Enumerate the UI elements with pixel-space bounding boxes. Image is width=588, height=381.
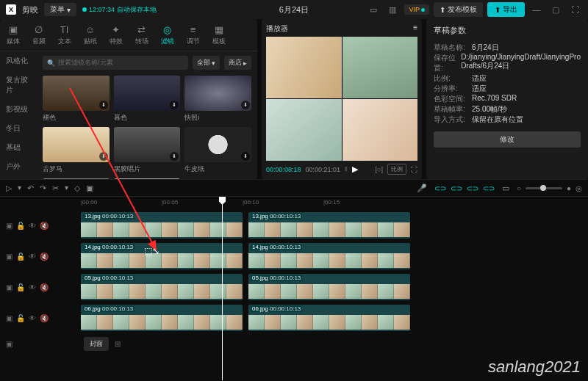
prev-frame-icon[interactable]: ⦀ xyxy=(345,165,348,173)
sidebar-item[interactable]: 室内 xyxy=(0,176,37,179)
filter-item[interactable]: ⬇牛皮纸 xyxy=(184,127,251,174)
maximize-icon[interactable]: ▢ xyxy=(548,3,563,16)
filter-item[interactable]: ⬇褪色 xyxy=(43,76,110,123)
collapse-icon[interactable]: ▣ xyxy=(6,253,12,261)
zoom-out-icon[interactable]: ○ xyxy=(517,184,521,192)
player-menu-icon[interactable]: ≡ xyxy=(413,23,417,34)
tab-转场[interactable]: ⇄转场 xyxy=(129,19,154,51)
play-button[interactable]: ▶ xyxy=(352,164,358,174)
search-input[interactable]: 🔍搜索滤镜名称/元素 xyxy=(43,56,188,70)
sidebar-item[interactable]: 影视级 xyxy=(0,100,37,119)
zoom-slider[interactable]: ○ ● ◎ xyxy=(517,184,582,192)
collapse-icon[interactable]: ▣ xyxy=(6,283,12,291)
clip[interactable]: 14.jpg 00:00:10:13 xyxy=(248,243,410,269)
filter-item[interactable]: ⬇快照i xyxy=(184,76,251,123)
collapse-icon[interactable]: ▣ xyxy=(6,314,12,322)
visibility-icon[interactable]: 👁 xyxy=(29,314,36,322)
all-filter-button[interactable]: 全部 ▾ xyxy=(193,56,220,70)
tab-贴纸[interactable]: ☺贴纸 xyxy=(77,19,103,51)
split-tool[interactable]: ✂ xyxy=(52,184,59,193)
clip[interactable]: 06.jpg 00:00:10:13 xyxy=(248,305,410,331)
tab-滤镜[interactable]: ◎滤镜 xyxy=(154,19,180,51)
layout2-icon[interactable]: ▥ xyxy=(385,3,400,16)
clip[interactable]: 14.jpg 00:00:10:13 xyxy=(81,243,243,269)
download-icon[interactable]: ⬇ xyxy=(99,101,108,109)
mute-icon[interactable]: 🔇 xyxy=(40,283,49,291)
timeline-track[interactable]: 06.jpg 00:00:10:1306.jpg 00:00:10:13 xyxy=(81,302,588,333)
mute-icon[interactable]: 🔇 xyxy=(40,222,49,230)
lock-icon[interactable]: 🔓 xyxy=(16,314,25,322)
tab-模板[interactable]: ▦模板 xyxy=(206,19,232,51)
sidebar-item[interactable]: 风格化 xyxy=(0,51,37,70)
collapse-icon[interactable]: ▣ xyxy=(6,340,12,348)
undo-icon[interactable]: ↶ xyxy=(27,184,34,193)
add-track-icon[interactable]: ⊞ xyxy=(115,340,121,348)
tab-特效[interactable]: ✦特效 xyxy=(103,19,129,51)
filter-item[interactable]: ⬇ xyxy=(114,178,181,179)
lock-icon[interactable]: 🔓 xyxy=(16,222,25,230)
filter-item[interactable]: ⬇古罗马 xyxy=(43,127,110,174)
filter-item[interactable]: ⬇暮色 xyxy=(114,76,181,123)
export-button[interactable]: ⬆导出 xyxy=(487,2,525,17)
link-icon[interactable]: ⊂⊃ xyxy=(483,184,495,192)
zoom-in-icon[interactable]: ● xyxy=(567,184,571,192)
filter-item[interactable]: ⬇ xyxy=(43,178,110,179)
modify-button[interactable]: 修改 xyxy=(434,131,581,148)
tab-媒体[interactable]: ▣媒体 xyxy=(0,19,26,51)
minimize-icon[interactable]: — xyxy=(529,3,544,16)
sidebar-item[interactable]: 基础 xyxy=(0,138,37,157)
link-icon[interactable]: ⊂⊃ xyxy=(451,184,462,192)
playhead[interactable] xyxy=(222,197,223,380)
clip[interactable]: 13.jpg 00:00:10:13 xyxy=(81,212,243,239)
download-icon[interactable]: ⬇ xyxy=(241,152,250,161)
visibility-icon[interactable]: 👁 xyxy=(29,253,36,261)
collapse-icon[interactable]: ▣ xyxy=(6,222,12,230)
clip[interactable]: 13.jpg 00:00:10:13 xyxy=(248,212,410,239)
sidebar-item[interactable]: 冬日 xyxy=(0,119,37,138)
time-ruler[interactable]: |00:00|00:05|00:10|00:15 xyxy=(81,197,588,210)
mic-icon[interactable]: 🎤 xyxy=(417,184,427,193)
link-icon[interactable]: ⊂⊃ xyxy=(467,184,478,192)
lock-icon[interactable]: 🔓 xyxy=(16,253,25,261)
sidebar-item[interactable]: 户外 xyxy=(0,157,37,176)
tab-调节[interactable]: ≡调节 xyxy=(180,19,206,51)
tab-音频[interactable]: ∅音频 xyxy=(26,19,51,51)
visibility-icon[interactable]: 👁 xyxy=(29,222,36,230)
visibility-icon[interactable]: 👁 xyxy=(29,283,36,291)
layout-icon[interactable]: ▭ xyxy=(366,3,381,16)
preview-mode-icon[interactable]: ▭ xyxy=(502,184,509,193)
sidebar-item[interactable]: 复古胶片 xyxy=(0,70,37,100)
filter-item[interactable]: ⬇黑胶唱片 xyxy=(114,127,181,174)
project-title[interactable]: 6月24日 xyxy=(279,4,309,15)
marker-icon[interactable]: ◇ xyxy=(74,184,80,193)
title-bar: X 剪映 菜单▾ 12:07:34 自动保存本地 6月24日 ▭ ▥ VIP ⬆… xyxy=(0,0,588,19)
download-icon[interactable]: ⬇ xyxy=(99,152,108,161)
zoom-fit-icon[interactable]: ◎ xyxy=(576,184,582,192)
expand-icon[interactable]: ⛶ xyxy=(411,166,417,173)
download-icon[interactable]: ⬇ xyxy=(170,152,179,161)
cover-button[interactable]: 封面 xyxy=(84,337,109,351)
clip[interactable]: 05.jpg 00:00:10:13 xyxy=(81,274,243,300)
clip[interactable]: 06.jpg 00:00:10:13 xyxy=(81,305,243,331)
crop-icon[interactable]: ▣ xyxy=(86,184,93,193)
redo-icon[interactable]: ↷ xyxy=(40,184,46,193)
timeline-track[interactable]: 05.jpg 00:00:10:1305.jpg 00:00:10:13 xyxy=(81,272,588,302)
fullscreen-icon[interactable]: ⛶ xyxy=(567,3,582,16)
lock-icon[interactable]: 🔓 xyxy=(16,283,25,291)
mute-icon[interactable]: 🔇 xyxy=(40,253,49,261)
vip-badge[interactable]: VIP xyxy=(404,4,429,15)
tab-文本[interactable]: TI文本 xyxy=(51,19,77,51)
preview-viewport[interactable] xyxy=(266,37,417,161)
aspect-ratio-button[interactable]: 比例 xyxy=(387,164,406,175)
pointer-tool[interactable]: ▷ xyxy=(6,184,12,193)
clip[interactable]: 05.jpg 00:00:10:13 xyxy=(248,274,410,300)
publish-template-button[interactable]: ⬆发布模板 xyxy=(434,2,483,17)
mute-icon[interactable]: 🔇 xyxy=(40,314,49,322)
download-icon[interactable]: ⬇ xyxy=(241,101,250,109)
menu-button[interactable]: 菜单▾ xyxy=(44,3,76,16)
download-icon[interactable]: ⬇ xyxy=(170,101,179,109)
timeline-track[interactable]: 13.jpg 00:00:10:1313.jpg 00:00:10:13 xyxy=(81,210,588,241)
link-icon[interactable]: ⊂⊃ xyxy=(434,184,446,192)
shop-button[interactable]: 商店 ▸ xyxy=(224,56,251,70)
crop-icon[interactable]: [○] xyxy=(376,166,383,173)
